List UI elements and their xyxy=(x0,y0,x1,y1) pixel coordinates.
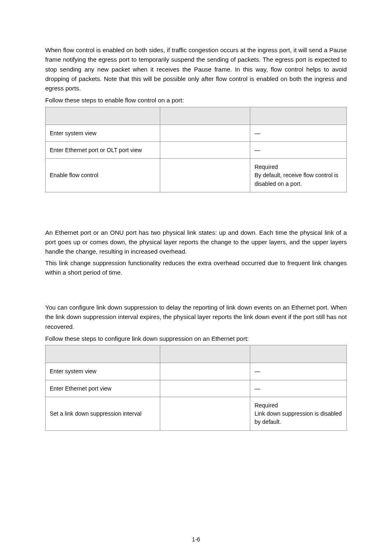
intro-paragraph-2: Follow these steps to enable flow contro… xyxy=(45,95,347,105)
table2-r2-c1: Set a link down suppression interval xyxy=(46,397,160,430)
intro-paragraph-1: When flow control is enabled on both sid… xyxy=(45,45,347,93)
table-row: Enter Ethernet port or OLT port view — xyxy=(46,141,347,158)
table2-r1-c2 xyxy=(160,380,250,397)
table1-r1-c1: Enter Ethernet port or OLT port view xyxy=(46,141,160,158)
table2-r0-c2 xyxy=(160,363,250,380)
section2-paragraph-1: An Ethernet port or an ONU port has two … xyxy=(45,228,347,257)
table2-r1-c1: Enter Ethernet port view xyxy=(46,380,160,397)
table-row: Enter system view — xyxy=(46,363,347,380)
table2-r0-c1: Enter system view xyxy=(46,363,160,380)
table-row: Set a link down suppression interval Req… xyxy=(46,397,347,430)
table1-header-3 xyxy=(250,107,347,125)
section3-paragraph-1: You can configure link down suppression … xyxy=(45,303,347,331)
section3-paragraph-2: Follow these steps to configure link dow… xyxy=(45,334,347,343)
table1-r0-c2 xyxy=(160,125,250,141)
table1-r2-c1: Enable flow control xyxy=(46,159,160,192)
table1-r2-c2 xyxy=(160,159,250,192)
table-row: Enter Ethernet port view — xyxy=(46,380,347,397)
table1-r1-c3: — xyxy=(250,141,347,158)
table1-header-2 xyxy=(160,107,250,125)
table1-header-1 xyxy=(46,107,160,125)
table-row: Enter system view — xyxy=(46,125,347,141)
table1-r0-c3: — xyxy=(250,125,347,141)
page-number: 1-6 xyxy=(0,536,392,543)
table2-r0-c3: — xyxy=(250,363,347,380)
table1-r1-c2 xyxy=(160,141,250,158)
link-down-suppression-table: Enter system view — Enter Ethernet port … xyxy=(45,345,347,430)
section2-paragraph-2: This link change suppression functionali… xyxy=(45,258,347,278)
table1-r2-c3: RequiredBy default, receive flow control… xyxy=(250,159,347,192)
table2-header-1 xyxy=(46,345,160,363)
flow-control-table: Enter system view — Enter Ethernet port … xyxy=(45,107,347,192)
table1-r0-c1: Enter system view xyxy=(46,125,160,141)
table2-header-3 xyxy=(250,345,347,363)
table2-r2-c2 xyxy=(160,397,250,430)
table2-r2-c3: RequiredLink down suppression is disable… xyxy=(250,397,347,430)
table-row: Enable flow control RequiredBy default, … xyxy=(46,159,347,192)
table2-header-2 xyxy=(160,345,250,363)
table2-r1-c3: — xyxy=(250,380,347,397)
